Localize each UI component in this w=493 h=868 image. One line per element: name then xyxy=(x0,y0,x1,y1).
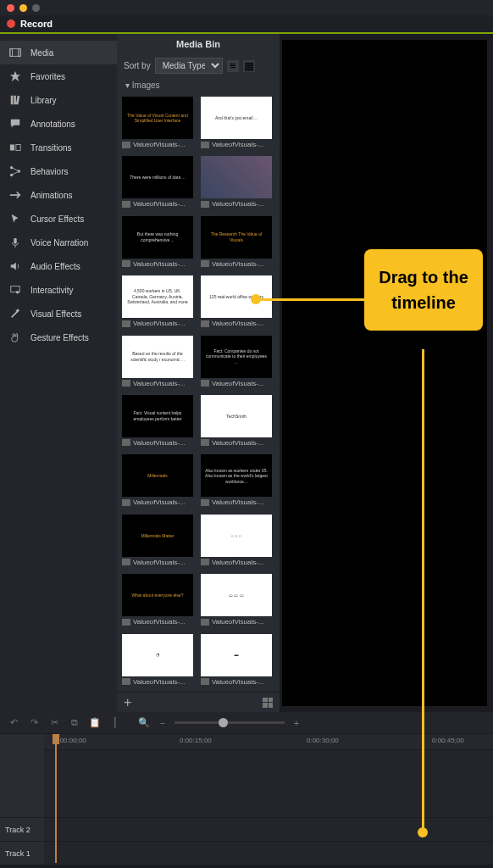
media-thumbnail[interactable]: MillennialsValueofVisuals-... xyxy=(122,454,196,509)
minimize-window-button[interactable] xyxy=(19,4,27,12)
sidebar-item-interactivity[interactable]: Interactivity xyxy=(0,278,117,302)
close-window-button[interactable] xyxy=(7,4,14,12)
media-thumbnail[interactable]: 4,500 workers in US, UK, Canada, Germany… xyxy=(122,275,196,330)
media-thumbnail[interactable]: What about everyone else?ValueofVisuals-… xyxy=(122,574,196,628)
thumbnail-filename: ValueofVisuals-... xyxy=(212,439,271,447)
media-thumbnail[interactable]: ○ ○ ○ValueofVisuals-... xyxy=(201,515,274,569)
media-thumbnail[interactable]: Also known as workers under 35. Also kno… xyxy=(201,454,274,509)
section-images[interactable]: ▾ Images xyxy=(117,77,280,93)
add-media-button[interactable]: + xyxy=(124,695,131,710)
sidebar-item-library[interactable]: Library xyxy=(0,88,117,112)
track-labels: Track 2 Track 1 xyxy=(0,734,44,865)
image-type-icon xyxy=(201,380,209,387)
svg-rect-1 xyxy=(10,49,13,57)
interact-icon xyxy=(8,283,22,297)
redo-button[interactable]: ↷ xyxy=(27,716,41,730)
zoom-slider[interactable] xyxy=(174,721,285,724)
film-icon xyxy=(8,46,22,59)
svg-rect-12 xyxy=(14,238,17,244)
sidebar-item-gesture-effects[interactable]: Gesture Effects xyxy=(0,326,117,349)
tracks-area[interactable]: 0:00:00;00 0:00:15;00 0:00:30;00 0:00:45… xyxy=(44,734,493,865)
media-thumbnail[interactable]: ◔ValueofVisuals-... xyxy=(122,634,196,688)
grid-resize-button[interactable] xyxy=(263,698,273,708)
sidebar-item-media[interactable]: Media xyxy=(0,41,117,64)
image-type-icon xyxy=(122,678,130,685)
sidebar-item-annotations[interactable]: Annotations xyxy=(0,112,117,136)
svg-rect-8 xyxy=(16,145,20,151)
thumbnail-filename: ValueofVisuals-... xyxy=(133,380,192,387)
thumbnail-filename: ValueofVisuals-... xyxy=(212,380,271,387)
undo-button[interactable]: ↶ xyxy=(7,716,20,730)
paste-button[interactable]: 📋 xyxy=(88,716,102,730)
sidebar-item-audio-effects[interactable]: Audio Effects xyxy=(0,254,117,278)
view-grid-button[interactable]: ▦ xyxy=(243,60,255,72)
sidebar-item-voice-narration[interactable]: Voice Narration xyxy=(0,231,117,254)
split-button[interactable]: ⎮ xyxy=(108,716,122,730)
sidebar-item-label: Media xyxy=(30,48,53,58)
zoom-out-button[interactable]: − xyxy=(156,716,169,730)
media-thumbnail[interactable]: 125 real-world office workersValueofVisu… xyxy=(201,275,274,330)
thumbnail-filename: ValueofVisuals-... xyxy=(133,559,192,566)
media-thumbnail[interactable]: ▬ValueofVisuals-... xyxy=(201,634,274,688)
sidebar-item-cursor-effects[interactable]: Cursor Effects xyxy=(0,207,117,231)
media-thumbnail[interactable]: ▭ ▭ ▭ValueofVisuals-... xyxy=(201,574,274,628)
image-type-icon xyxy=(201,678,209,685)
squares-icon xyxy=(8,141,22,154)
image-type-icon xyxy=(201,439,209,446)
thumbnail-filename: ValueofVisuals-... xyxy=(212,260,271,268)
sort-select[interactable]: Media Type xyxy=(155,58,223,74)
media-thumbnail[interactable]: The Research The Value of VisualsValueof… xyxy=(201,216,274,270)
zoom-in-button[interactable]: + xyxy=(290,716,303,730)
sidebar-item-label: Transitions xyxy=(30,143,72,153)
thumbnail-filename: ValueofVisuals-... xyxy=(133,141,192,148)
media-thumbnail[interactable]: Millennials MatterValueofVisuals-... xyxy=(122,515,196,569)
track-label[interactable]: Track 2 xyxy=(0,817,44,841)
sidebar-item-transitions[interactable]: Transitions xyxy=(0,136,117,159)
media-thumbnail[interactable]: Based on the results of the scientific s… xyxy=(122,336,196,390)
media-thumbnail[interactable]: And that's just email ...ValueofVisuals-… xyxy=(201,97,274,151)
image-type-icon xyxy=(201,260,209,267)
track-label[interactable]: Track 1 xyxy=(0,841,44,865)
wand-icon xyxy=(8,307,22,320)
timeline-ruler[interactable]: 0:00:00;00 0:00:15;00 0:00:30;00 0:00:45… xyxy=(44,734,493,749)
nodes-icon xyxy=(8,164,22,178)
copy-button[interactable]: ⧉ xyxy=(68,716,81,730)
thumbnail-filename: ValueofVisuals-... xyxy=(133,678,192,686)
track-row-empty[interactable] xyxy=(44,749,493,817)
sidebar-item-label: Behaviors xyxy=(30,167,68,176)
track-row-1[interactable] xyxy=(44,841,493,865)
timeline-panel: ↶ ↷ ✂ ⧉ 📋 ⎮ 🔍 − + Track 2 Track 1 0:00:0… xyxy=(0,712,493,865)
media-thumbnail[interactable]: There were millions of data ...ValueofVi… xyxy=(122,156,196,210)
media-thumbnail[interactable]: TechSmithValueofVisuals-... xyxy=(201,395,274,449)
time-tick: 0:00:15;00 xyxy=(180,737,212,744)
thumbnail-filename: ValueofVisuals-... xyxy=(133,200,192,208)
timeline-toolbar: ↶ ↷ ✂ ⧉ 📋 ⎮ 🔍 − + xyxy=(0,712,493,734)
media-thumbnail[interactable]: Fact: Companies do not communicate to th… xyxy=(201,336,274,390)
media-thumbnail[interactable]: The Value of Visual Content and Simplifi… xyxy=(122,97,196,151)
sidebar-item-behaviors[interactable]: Behaviors xyxy=(0,159,117,183)
thumbnail-filename: ValueofVisuals-... xyxy=(133,320,192,327)
view-list-button[interactable]: ≡ xyxy=(227,60,239,72)
thumbnail-filename: ValueofVisuals-... xyxy=(133,498,192,506)
media-thumbnail[interactable]: Fact: Visual content helps employees per… xyxy=(122,395,196,449)
svg-rect-5 xyxy=(14,96,16,105)
sidebar-item-visual-effects[interactable]: Visual Effects xyxy=(0,302,117,326)
maximize-window-button[interactable] xyxy=(32,4,40,12)
time-tick: 0:00:45;00 xyxy=(432,737,464,744)
callout-pointer-dot xyxy=(251,294,261,304)
media-thumbnail[interactable]: ValueofVisuals-... xyxy=(201,156,274,210)
media-thumbnail[interactable]: But there was nothing comprehensive ...V… xyxy=(122,216,196,270)
hand-icon xyxy=(8,331,22,344)
image-type-icon xyxy=(201,320,209,327)
sidebar-item-label: Gesture Effects xyxy=(30,333,89,342)
record-bar[interactable]: Record xyxy=(0,15,493,34)
zoom-handle[interactable] xyxy=(219,718,228,727)
sidebar-item-label: Voice Narration xyxy=(30,238,88,248)
arrow-icon xyxy=(8,188,22,202)
sidebar-item-favorites[interactable]: Favorites xyxy=(0,64,117,88)
canvas-preview[interactable] xyxy=(281,39,488,707)
sidebar-item-animations[interactable]: Animations xyxy=(0,183,117,207)
cut-button[interactable]: ✂ xyxy=(47,716,61,730)
svg-marker-3 xyxy=(10,71,20,81)
svg-rect-4 xyxy=(11,96,14,105)
